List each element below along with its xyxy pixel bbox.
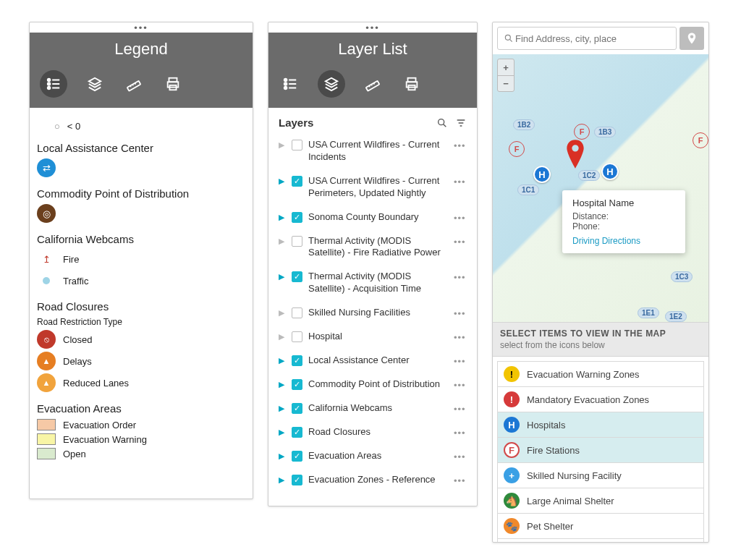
fire-station-pin[interactable]: F (509, 141, 525, 157)
layer-checkbox[interactable]: ✓ (292, 451, 302, 462)
category-item[interactable]: 🐾Pet Shelter (497, 513, 704, 539)
category-item[interactable]: HHospitals (497, 412, 704, 438)
legend-item-label: Evacuation Order (63, 420, 136, 430)
search-box[interactable] (497, 27, 677, 50)
select-strip: SELECT ITEMS TO VIEW IN THE MAP select f… (493, 322, 708, 357)
layer-options-icon[interactable]: ••• (454, 332, 467, 343)
legend-icon[interactable] (279, 72, 302, 96)
fire-station-pin[interactable]: F (693, 132, 708, 148)
svg-point-31 (505, 35, 510, 40)
legend-swatch (37, 448, 56, 459)
layer-item: ▶✓Commodity Point of Distribution••• (279, 373, 467, 396)
layer-item: ▶✓Road Closures••• (279, 420, 467, 444)
layer-options-icon[interactable]: ••• (454, 404, 467, 415)
layer-options-icon[interactable]: ••• (454, 213, 467, 224)
legend-item-label: < 0 (67, 121, 80, 132)
layer-options-icon[interactable]: ••• (454, 308, 467, 319)
expand-caret-icon[interactable]: ▶ (279, 213, 286, 222)
legend-icon[interactable] (40, 70, 67, 98)
map-marker[interactable] (565, 140, 585, 169)
layer-item: ▶✓Local Assistance Center••• (279, 349, 467, 373)
layer-options-icon[interactable]: ••• (454, 356, 467, 367)
map-panel: + − 1B2 1B3 1C1 1C2 1C3 1E1 1E2 F F F H … (492, 22, 709, 543)
category-item[interactable]: 🐴Large Animal Shelter (497, 488, 704, 514)
layer-options-icon[interactable]: ••• (454, 237, 467, 247)
category-label: Skilled Nursing Facility (527, 470, 622, 481)
expand-caret-icon[interactable]: ▶ (279, 140, 286, 150)
zoom-control: + − (497, 59, 515, 92)
legend-item: Open (37, 448, 245, 459)
expand-caret-icon[interactable]: ▶ (279, 272, 286, 281)
drag-handle[interactable]: ••• (30, 22, 253, 33)
closed-icon: ⦸ (37, 330, 56, 349)
legend-title: Legend (30, 33, 253, 70)
popup-directions-link[interactable]: Driving Directions (572, 236, 675, 246)
map-area[interactable]: + − 1B2 1B3 1C1 1C2 1C3 1E1 1E2 F F F H … (493, 54, 708, 322)
legend-swatch (37, 433, 56, 445)
svg-rect-6 (127, 81, 141, 91)
layer-checkbox[interactable] (292, 236, 302, 247)
expand-caret-icon[interactable]: ▶ (279, 237, 286, 246)
layer-label: Local Assistance Center (308, 355, 448, 367)
expand-caret-icon[interactable]: ▶ (279, 428, 286, 437)
layer-options-icon[interactable]: ••• (454, 177, 467, 187)
layers-filter-icon[interactable] (455, 117, 467, 129)
layer-label: Sonoma County Boundary (308, 211, 448, 224)
layerlist-panel: ••• Layer List Layers ▶USA Current Wildf… (268, 22, 478, 506)
layer-options-icon[interactable]: ••• (454, 475, 467, 486)
layer-checkbox[interactable]: ✓ (292, 379, 302, 390)
category-label: Large Animal Shelter (527, 496, 614, 506)
layer-checkbox[interactable] (292, 331, 302, 342)
expand-caret-icon[interactable]: ▶ (279, 451, 286, 461)
expand-caret-icon[interactable]: ▶ (279, 380, 286, 389)
zone-label: 1C3 (671, 271, 693, 282)
category-item[interactable]: +Skilled Nursing Facility (497, 462, 704, 488)
category-item[interactable]: !Mandatory Evacuation Zones (497, 386, 704, 412)
category-item[interactable]: ◎Commodity Point of Distribution (497, 538, 704, 543)
expand-caret-icon[interactable]: ▶ (279, 308, 286, 318)
layer-checkbox[interactable]: ✓ (292, 271, 302, 282)
expand-caret-icon[interactable]: ▶ (279, 404, 286, 413)
layer-options-icon[interactable]: ••• (454, 380, 467, 391)
measure-icon[interactable] (361, 72, 384, 96)
category-item[interactable]: !Evacuation Warning Zones (497, 361, 704, 387)
expand-caret-icon[interactable]: ▶ (279, 475, 286, 485)
layer-checkbox[interactable]: ✓ (292, 475, 302, 485)
layer-checkbox[interactable]: ✓ (292, 212, 302, 223)
layer-checkbox[interactable] (292, 307, 302, 318)
expand-caret-icon[interactable]: ▶ (279, 332, 286, 341)
layers-search-icon[interactable] (436, 117, 448, 129)
layer-label: Thermal Activity (MODIS Satellite) - Fir… (308, 235, 448, 260)
category-item[interactable]: FFire Stations (497, 437, 704, 463)
zoom-out-button[interactable]: − (498, 75, 514, 91)
layer-label: Commodity Point of Distribution (308, 378, 448, 391)
layer-options-icon[interactable]: ••• (454, 451, 467, 462)
layer-options-icon[interactable]: ••• (454, 140, 467, 151)
drag-handle[interactable]: ••• (268, 22, 477, 33)
layer-checkbox[interactable] (292, 140, 302, 150)
svg-line-22 (373, 83, 375, 85)
layer-options-icon[interactable]: ••• (454, 428, 467, 438)
legend-section-title: Commodity Point of Distribution (37, 187, 245, 200)
measure-icon[interactable] (122, 72, 145, 96)
layers-icon[interactable] (318, 70, 345, 98)
expand-caret-icon[interactable]: ▶ (279, 356, 286, 365)
print-icon[interactable] (161, 72, 185, 96)
expand-caret-icon[interactable]: ▶ (279, 177, 286, 186)
layer-checkbox[interactable]: ✓ (292, 427, 302, 438)
layer-checkbox[interactable]: ✓ (292, 176, 302, 187)
locate-button[interactable] (679, 27, 704, 50)
print-icon[interactable] (400, 72, 423, 96)
search-input[interactable] (514, 33, 670, 45)
category-icon: ! (504, 366, 520, 382)
layer-checkbox[interactable]: ✓ (292, 403, 302, 414)
fire-station-pin[interactable]: F (574, 124, 590, 140)
zoom-in-button[interactable]: + (498, 59, 514, 75)
layer-options-icon[interactable]: ••• (454, 272, 467, 283)
hospital-pin[interactable]: H (533, 166, 551, 183)
hospital-pin[interactable]: H (601, 163, 619, 180)
layers-icon[interactable] (83, 72, 106, 96)
layer-checkbox[interactable]: ✓ (292, 355, 302, 366)
category-label: Evacuation Warning Zones (527, 369, 640, 380)
svg-line-20 (369, 85, 370, 87)
